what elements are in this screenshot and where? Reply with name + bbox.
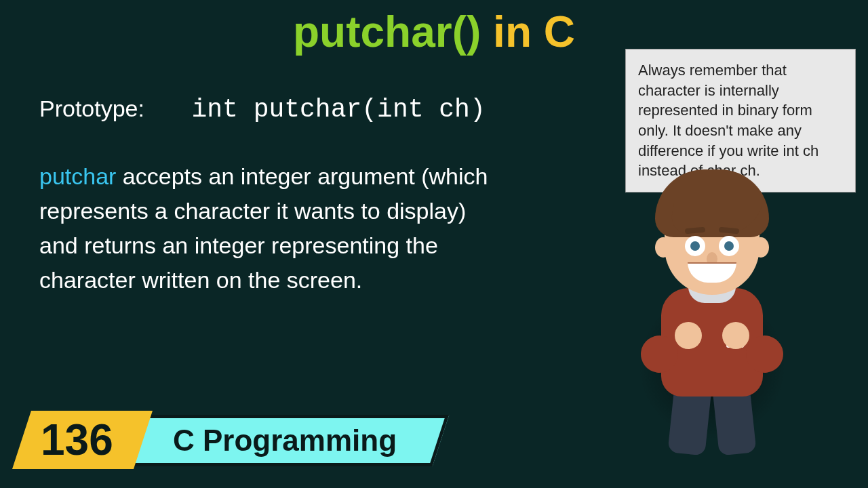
lesson-number-badge: 136 <box>12 411 153 469</box>
cartoon-character <box>617 190 807 461</box>
title-suffix: in C <box>481 7 575 56</box>
character-mouth <box>688 262 736 283</box>
description-text: putchar accepts an integer argument (whi… <box>39 159 500 298</box>
speech-text: Always remember that character is intern… <box>638 62 818 179</box>
prototype-line: Prototype: int putchar(int ch) <box>39 95 486 124</box>
course-label-badge: C Programming <box>121 415 450 466</box>
character-ear <box>753 237 769 258</box>
description-keyword: putchar <box>39 163 116 189</box>
character-hand <box>722 322 749 349</box>
character-eye <box>719 236 739 256</box>
character-hand <box>675 322 702 349</box>
lesson-number: 136 <box>41 415 113 465</box>
character-head <box>665 190 760 295</box>
character-pupil <box>724 241 734 251</box>
character-pupil <box>690 241 700 251</box>
character-torso <box>661 288 763 396</box>
title-function-name: putchar() <box>293 7 481 56</box>
course-label: C Programming <box>173 424 397 458</box>
character-eye <box>685 236 705 256</box>
character-ear <box>655 237 671 258</box>
prototype-code: int putchar(int ch) <box>191 95 485 124</box>
speech-bubble: Always remember that character is intern… <box>625 49 856 192</box>
prototype-label: Prototype: <box>39 96 144 121</box>
